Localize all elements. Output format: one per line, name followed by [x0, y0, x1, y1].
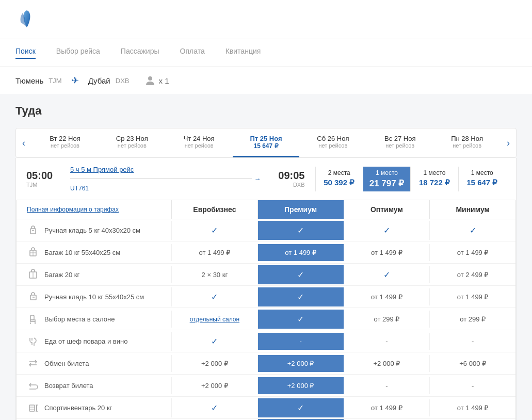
to-code: DXB	[116, 77, 130, 85]
date-label: Чт 24 Ноя	[168, 135, 230, 142]
check-icon: ✓	[297, 403, 304, 412]
tariff-cell: ✓	[257, 221, 344, 240]
fare-price[interactable]: 18 722 ₽	[413, 178, 455, 187]
flight-header: 05:00 TJM 5 ч 5 м Прямой рейс → UT761 09…	[16, 158, 516, 200]
tariff-cell: 2 × 30 кг	[171, 266, 257, 283]
check-icon: ✓	[211, 337, 218, 346]
nav-item-receipt[interactable]: Квитанция	[225, 47, 261, 59]
depart-code: TJM	[26, 182, 62, 188]
tariff-row: Багаж 10 кг 55х40х25 смот 1 499 ₽от 1 49…	[17, 241, 515, 264]
arrow-right-icon: →	[254, 175, 261, 183]
check-icon: ✓	[297, 293, 304, 301]
nav-item-payment[interactable]: Оплата	[180, 47, 205, 59]
svg-rect-10	[30, 315, 34, 320]
tariff-cell: -	[344, 377, 430, 394]
date-item-6[interactable]: Пн 28 Ноянет рейсов	[433, 128, 501, 157]
date-sub: 15 647 ₽	[235, 142, 297, 150]
tariff-cell: ✓	[171, 287, 257, 306]
tariff-cell: ✓	[257, 287, 344, 306]
flight-duration-link[interactable]: 5 ч 5 м Прямой рейс	[70, 166, 134, 173]
luggage-big-icon	[27, 268, 39, 281]
date-item-5[interactable]: Вс 27 Ноянет рейсов	[366, 128, 433, 157]
tariff-cell: ✓	[257, 398, 344, 417]
tariff-cell: +2 000 ₽	[171, 377, 257, 394]
check-icon: ✓	[383, 226, 390, 235]
food-icon	[27, 335, 39, 347]
tariff-cell: от 1 499 ₽	[257, 244, 344, 261]
fare-price[interactable]: 50 392 ₽	[318, 178, 360, 187]
passenger-info: x 1	[144, 75, 169, 86]
tariff-cell[interactable]: отдельный салон	[171, 311, 257, 328]
date-item-4[interactable]: Сб 26 Ноянет рейсов	[299, 128, 366, 157]
flight-number-link[interactable]: UT761	[70, 185, 89, 192]
passenger-count: x 1	[158, 76, 169, 85]
tariff-row: Еда от шеф повара и вино✓---	[17, 330, 515, 352]
tariff-col-title: Премиум	[261, 205, 341, 214]
section-title: Туда	[15, 104, 517, 118]
tariff-row-label: Багаж 20 кг	[17, 264, 171, 285]
tariff-col-header-0: Евробизнес	[171, 200, 257, 219]
tariff-row-label: Ручная кладь 5 кг 40х30х20 см	[17, 219, 171, 241]
tariff-cell: +6 000 ₽	[429, 355, 515, 372]
seat-icon	[27, 313, 39, 325]
date-item-0[interactable]: Вт 22 Ноянет рейсов	[31, 128, 99, 157]
tariff-cell: +2 000 ₽	[257, 355, 344, 372]
fare-price[interactable]: 15 647 ₽	[461, 178, 503, 187]
check-icon: ✓	[470, 226, 476, 235]
tariff-col-title: Минимум	[432, 205, 513, 214]
date-item-3[interactable]: Пт 25 Ноя15 647 ₽	[233, 128, 300, 157]
check-icon: ✓	[211, 226, 218, 235]
tariff-row-label-text: Багаж 10 кг 55х40х25 см	[44, 249, 120, 256]
nav-item-search[interactable]: Поиск	[15, 47, 36, 59]
tariff-row: Ручная кладь 5 кг 40х30х20 см✓✓✓✓	[17, 219, 515, 241]
tariff-row-label-text: Выбор места в салоне	[44, 315, 115, 323]
date-prev-button[interactable]: ‹	[16, 130, 31, 156]
check-icon: ✓	[297, 226, 304, 235]
fare-price[interactable]: 21 797 ₽	[366, 178, 408, 189]
to-city: Дубай	[88, 76, 110, 85]
tariff-row-label: Выбор места в салоне	[17, 308, 171, 330]
tariff-cell: ✓	[344, 265, 430, 284]
tariff-row: Багаж 20 кг2 × 30 кг✓✓от 2 499 ₽	[17, 264, 515, 286]
tariff-cell: +2 000 ₽	[171, 355, 257, 372]
tariff-table: Полная информация о тарифах ЕвробизнесПр…	[16, 200, 516, 420]
date-label: Ср 23 Ноя	[101, 135, 163, 142]
tariff-col-header-2: Оптимум	[344, 200, 430, 219]
separate-salon-link[interactable]: отдельный салон	[190, 316, 239, 323]
date-next-button[interactable]: ›	[501, 130, 516, 156]
tariff-cell: ✓	[171, 398, 257, 417]
tariff-col-header-3: Минимум	[429, 200, 515, 219]
exchange-icon	[27, 357, 39, 369]
date-label: Пт 25 Ноя	[235, 135, 297, 142]
nav-item-flight[interactable]: Выбор рейса	[56, 47, 100, 59]
tariff-cell: от 1 499 ₽	[429, 244, 515, 261]
tariff-header: Полная информация о тарифах ЕвробизнесПр…	[17, 200, 515, 219]
tariff-row-label-text: Спортинвентарь 20 кг	[44, 404, 112, 412]
navigation: Поиск Выбор рейса Пассажиры Оплата Квита…	[0, 39, 532, 67]
tariff-row-label: Возврат билета	[17, 375, 171, 396]
svg-rect-13	[29, 405, 35, 411]
fare-header-col-0[interactable]: 2 места50 392 ₽	[315, 167, 363, 191]
from-city: Тюмень	[15, 76, 43, 85]
route-bar: Тюмень TJM ✈ Дубай DXB x 1	[0, 67, 532, 94]
tariff-row-label-text: Обмен билета	[44, 360, 89, 367]
date-label: Сб 26 Ноя	[302, 135, 364, 142]
main-content: Туда ‹ Вт 22 Ноянет рейсовСр 23 Ноянет р…	[0, 94, 532, 420]
tariff-cell: от 1 499 ₽	[429, 288, 515, 305]
tariff-cell: ✓	[257, 265, 344, 284]
tariff-info-link[interactable]: Полная информация о тарифах	[27, 206, 119, 213]
date-label: Вт 22 Ноя	[34, 135, 96, 142]
date-navigation: ‹ Вт 22 Ноянет рейсовСр 23 Ноянет рейсов…	[15, 128, 517, 158]
nav-item-passengers[interactable]: Пассажиры	[121, 47, 159, 59]
fare-header-col-3[interactable]: 1 место15 647 ₽	[458, 167, 506, 191]
tariff-cell: +2 000 ₽	[344, 355, 430, 372]
date-sub: нет рейсов	[302, 142, 364, 149]
tariff-cell: ✓	[257, 310, 344, 329]
fare-header-col-1[interactable]: 1 место21 797 ₽	[363, 167, 410, 191]
date-item-1[interactable]: Ср 23 Ноянет рейсов	[99, 128, 166, 157]
date-item-2[interactable]: Чт 24 Ноянет рейсов	[166, 128, 233, 157]
tariff-cell: от 299 ₽	[429, 311, 515, 328]
fare-header-col-2[interactable]: 1 место18 722 ₽	[410, 167, 458, 191]
tariff-row-label-text: Возврат билета	[44, 382, 93, 390]
hand-luggage2-icon	[27, 290, 39, 303]
